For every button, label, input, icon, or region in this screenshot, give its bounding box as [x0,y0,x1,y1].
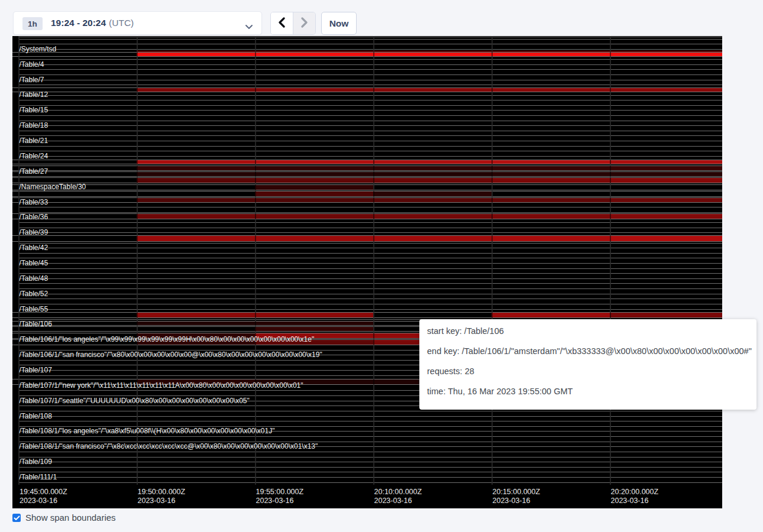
heat-band-segment[interactable] [610,313,722,317]
heat-band [12,197,722,203]
heat-band [12,312,722,318]
heat-band-segment[interactable] [137,236,255,241]
heat-band-segment[interactable] [137,88,255,92]
span-boundary-line [19,59,723,60]
heat-band-segment[interactable] [610,172,722,177]
time-axis-label: 19:55:00.000Z 2023-03-16 [256,488,304,505]
heat-band-segment[interactable] [255,88,373,92]
heat-band-segment[interactable] [373,172,492,177]
heat-band-segment[interactable] [255,192,373,196]
heat-band-segment[interactable] [373,166,492,170]
time-axis-label: 20:20:00.000Z 2023-03-16 [611,488,659,505]
heat-band-segment[interactable] [137,172,255,177]
heat-band-segment[interactable] [255,178,373,183]
heat-band-segment[interactable] [255,327,373,331]
span-boundary-line [19,141,723,141]
heat-band-segment[interactable] [373,160,492,164]
time-gridline-overlay [373,36,374,485]
span-boundary-line [19,299,723,299]
heat-band-segment[interactable] [373,88,492,92]
heat-band-segment[interactable] [610,178,722,183]
heat-band-segment[interactable] [610,88,722,92]
heat-band-segment[interactable] [255,313,373,317]
row-label: /Table/52 [20,290,49,298]
chevron-right-icon [301,17,308,30]
heat-band-segment[interactable] [610,198,722,202]
heat-band-segment[interactable] [255,172,373,177]
show-span-boundaries-label: Show span boundaries [25,512,116,523]
heat-band-segment[interactable] [137,198,255,202]
heat-band-segment[interactable] [137,214,255,219]
row-label: /Table/108/1/"san francisco"/"\x8c\xcc\x… [20,442,318,450]
heat-band-segment[interactable] [610,160,722,164]
heat-band-segment[interactable] [373,198,492,202]
heat-band [12,52,722,57]
span-boundary-line [19,477,723,478]
heat-band-segment[interactable] [492,198,610,202]
heat-band-segment[interactable] [137,178,255,183]
heat-band-segment[interactable] [492,178,610,183]
heat-band [12,213,722,219]
heat-band-segment[interactable] [373,192,492,196]
heat-band-segment[interactable] [255,214,373,219]
span-boundary-line [19,44,723,44]
next-interval-button[interactable] [293,12,316,34]
heat-band-segment[interactable] [137,313,255,317]
row-label: /Table/12 [20,90,49,99]
heat-band-segment[interactable] [255,160,373,164]
row-label: /Table/15 [20,106,49,114]
span-boundary-line [19,467,723,468]
span-boundary-line [19,49,723,50]
key-visualizer-canvas[interactable]: /System/tsd/Table/4/Table/7/Table/12/Tab… [12,36,722,508]
span-boundary-line [19,125,723,126]
span-boundary-line [19,263,723,264]
heat-band-segment[interactable] [373,178,492,183]
heat-band-segment[interactable] [492,313,610,317]
heat-band-segment[interactable] [492,88,610,92]
tooltip-time: time: Thu, 16 Mar 2023 19:55:00 GMT [427,387,756,397]
heat-band-segment[interactable] [610,166,722,170]
time-axis-label: 19:50:00.000Z 2023-03-16 [138,488,186,505]
span-boundary-line [19,457,723,458]
heat-band-segment[interactable] [373,214,492,219]
span-boundary-line [19,232,723,233]
time-range-value: 19:24 - 20:24 [51,18,106,28]
heat-band-segment[interactable] [255,185,373,190]
bucket-tooltip: start key: /Table/106 end key: /Table/10… [419,319,756,410]
previous-interval-button[interactable] [271,12,293,34]
heat-band-segment[interactable] [255,166,373,170]
span-boundary-line [19,288,723,289]
heat-band-segment[interactable] [492,236,610,241]
heat-band-segment[interactable] [137,53,722,57]
row-label: /Table/55 [20,305,49,313]
row-label: /Table/42 [20,244,49,252]
heat-band-segment[interactable] [255,198,373,202]
heat-band [12,160,722,164]
row-label: /Table/109 [20,458,52,466]
tooltip-start-key: start key: /Table/106 [427,326,756,336]
tooltip-end-key: end key: /Table/106/1/"amsterdam"/"\xb33… [427,346,756,356]
span-boundary-line [19,462,723,462]
span-boundary-line [19,131,723,131]
heat-band-segment[interactable] [137,322,255,325]
heat-band-segment[interactable] [255,322,373,325]
heat-band-segment[interactable] [492,214,610,219]
heat-band-segment[interactable] [255,236,373,241]
time-preset-badge: 1h [22,17,43,30]
heat-band-segment[interactable] [610,214,722,219]
heat-band-segment[interactable] [492,172,610,177]
heat-band-segment[interactable] [492,166,610,170]
show-span-boundaries-checkbox[interactable] [12,514,21,522]
heat-band-segment[interactable] [610,236,722,241]
heat-band-segment[interactable] [373,236,492,241]
span-boundary-line [19,472,723,472]
heat-band-segment[interactable] [137,166,255,170]
time-range-text: 19:24 - 20:24 (UTC) [51,12,134,34]
now-button[interactable]: Now [321,12,357,35]
row-label: /Table/48 [20,274,49,283]
time-range-selector[interactable]: 1h 19:24 - 20:24 (UTC) [13,11,262,35]
span-boundary-line [19,243,723,244]
heat-band-segment[interactable] [492,160,610,164]
time-gridline-overlay [492,36,493,485]
heat-band-segment[interactable] [137,160,255,164]
